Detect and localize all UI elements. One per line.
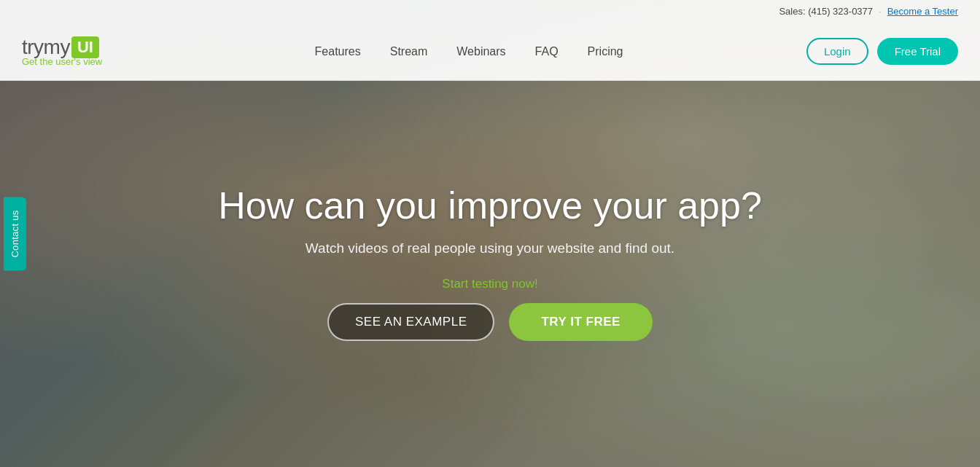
- hero-subheadline: Watch videos of real people using your w…: [306, 240, 674, 256]
- main-nav: Features Stream Webinars FAQ Pricing: [131, 45, 806, 58]
- hero-headline: How can you improve your app?: [218, 184, 762, 228]
- login-button[interactable]: Login: [806, 38, 868, 65]
- nav-faq[interactable]: FAQ: [521, 45, 573, 58]
- free-trial-button[interactable]: Free Trial: [877, 38, 958, 65]
- hero-cta-label: Start testing now!: [442, 277, 537, 291]
- logo-tagline: Get the user's view: [22, 56, 102, 67]
- contact-tab[interactable]: Contact us: [4, 197, 26, 270]
- become-tester-link[interactable]: Become a Tester: [887, 6, 958, 17]
- logo[interactable]: try my UI Get the user's view: [22, 36, 102, 67]
- hero-buttons: SEE AN EXAMPLE TRY IT FREE: [327, 303, 653, 341]
- try-free-button[interactable]: TRY IT FREE: [509, 303, 652, 341]
- top-bar: Sales: (415) 323-0377 · Become a Tester: [0, 0, 980, 23]
- nav-stream[interactable]: Stream: [376, 45, 443, 58]
- nav-actions: Login Free Trial: [806, 38, 958, 65]
- header: try my UI Get the user's view Features S…: [0, 23, 980, 81]
- nav-features[interactable]: Features: [300, 45, 376, 58]
- see-example-button[interactable]: SEE AN EXAMPLE: [327, 303, 494, 341]
- phone-number: Sales: (415) 323-0377: [779, 6, 873, 17]
- divider: ·: [879, 6, 882, 17]
- nav-pricing[interactable]: Pricing: [573, 45, 638, 58]
- logo-ui-badge: UI: [71, 36, 99, 58]
- nav-webinars[interactable]: Webinars: [442, 45, 520, 58]
